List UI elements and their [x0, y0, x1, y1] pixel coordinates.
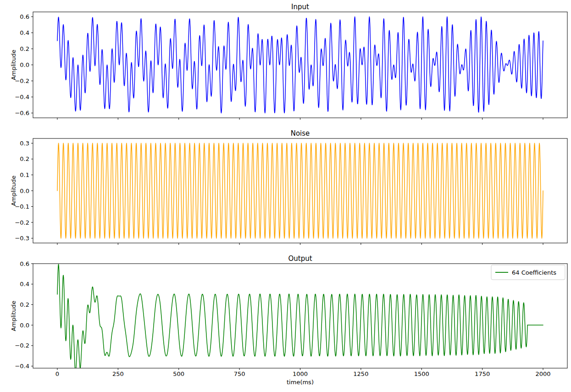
x-tick-label: 1250: [353, 370, 368, 377]
subplot-input-title: Input: [291, 3, 309, 11]
y-axis-label-output: Amplitude: [10, 301, 17, 331]
y-tick-label: 0.6: [20, 260, 29, 267]
y-tick-label: −0.3: [15, 235, 29, 242]
x-tick-label: 750: [234, 370, 245, 377]
signal-path-input: [57, 17, 543, 113]
y-tick-label: −0.2: [15, 342, 29, 349]
x-axis-label: time(ms): [287, 379, 314, 386]
subplot-output: 0.60.40.20.0−0.2−0.402505007501000125015…: [15, 260, 567, 378]
y-tick-label: 0.4: [20, 281, 29, 287]
y-axis-label-noise: Amplitude: [10, 176, 17, 206]
y-tick-label: 0.0: [20, 322, 29, 329]
legend-label: 64 Coefficients: [512, 269, 556, 276]
y-tick-label: −0.4: [15, 94, 29, 100]
x-tick-label: 250: [112, 370, 124, 377]
subplot-input: 0.60.40.20.0−0.2−0.4−0.6: [15, 12, 567, 120]
y-tick-label: 0.4: [20, 29, 29, 36]
y-tick-label: 0.6: [20, 13, 29, 20]
y-axis-label-input: Amplitude: [10, 50, 17, 80]
figure-canvas: 0.60.40.20.0−0.2−0.4−0.60.30.20.10.0−0.1…: [0, 0, 571, 392]
x-tick-label: 500: [173, 370, 184, 377]
y-tick-label: 0.2: [20, 301, 29, 308]
y-tick-label: 0.0: [20, 61, 29, 68]
axes-frame-output: [33, 264, 567, 368]
signal-plots-svg: 0.60.40.20.0−0.2−0.4−0.60.30.20.10.0−0.1…: [0, 0, 571, 392]
subplot-noise: 0.30.20.10.0−0.1−0.2−0.3: [15, 138, 567, 245]
y-tick-label: 0.2: [20, 155, 29, 162]
x-tick-label: 2000: [535, 370, 550, 377]
x-tick-label: 1750: [475, 370, 490, 377]
x-tick-label: 0: [55, 370, 59, 377]
signal-path-noise: [57, 143, 543, 238]
x-tick-label: 1000: [293, 370, 308, 377]
y-tick-label: −0.6: [15, 110, 29, 116]
y-tick-label: 0.3: [20, 140, 29, 147]
y-tick-label: −0.2: [15, 77, 29, 84]
y-tick-label: −0.2: [15, 219, 29, 226]
y-tick-label: 0.1: [20, 171, 29, 178]
subplot-noise-title: Noise: [291, 129, 310, 138]
signal-path-output: [57, 264, 543, 372]
y-tick-label: 0.2: [20, 45, 29, 52]
axes-layer: 0.60.40.20.0−0.2−0.4−0.60.30.20.10.0−0.1…: [15, 12, 567, 377]
x-tick-label: 1500: [414, 370, 429, 377]
y-tick-label: 0.0: [20, 188, 29, 194]
legend: 64 Coefficients: [491, 265, 565, 280]
subplot-output-title: Output: [288, 254, 312, 263]
y-tick-label: −0.1: [15, 203, 29, 210]
y-tick-label: −0.4: [15, 363, 29, 370]
